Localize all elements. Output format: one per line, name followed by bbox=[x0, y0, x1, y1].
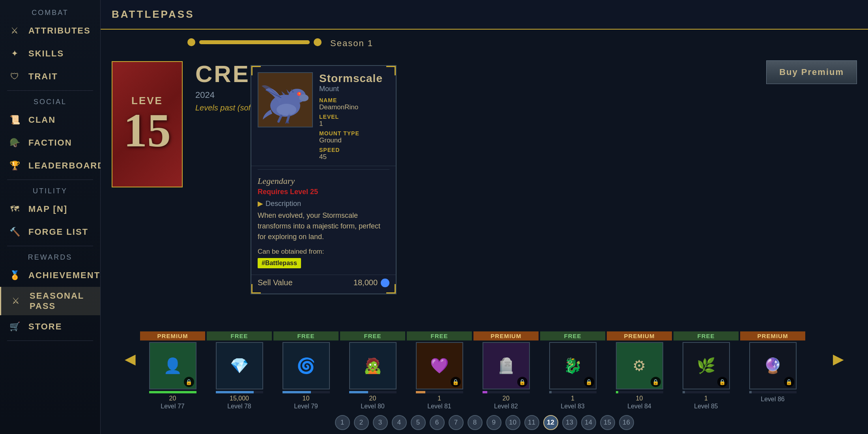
reward-card-1[interactable]: 💎 bbox=[216, 342, 263, 389]
trait-icon: 🛡 bbox=[7, 69, 22, 84]
page-dot-4[interactable]: 4 bbox=[392, 415, 407, 430]
lock-icon-7: 🔒 bbox=[651, 377, 661, 387]
tooltip-header: Stormscale Mount NAME DeamonRino LEVEL 1… bbox=[251, 66, 396, 166]
seasonal-icon: ⚔ bbox=[8, 294, 23, 309]
reward-progress-0 bbox=[149, 391, 196, 393]
sidebar-section-combat: COMBAT bbox=[0, 4, 100, 19]
reward-progress-5 bbox=[483, 391, 530, 393]
tooltip-info: Stormscale Mount NAME DeamonRino LEVEL 1… bbox=[319, 72, 389, 161]
reward-card-7[interactable]: ⚙🔒 bbox=[616, 342, 663, 389]
faction-icon: 🪖 bbox=[7, 135, 22, 150]
sidebar-item-map[interactable]: 🗺MAP [N] bbox=[0, 198, 100, 221]
page-dot-5[interactable]: 5 bbox=[411, 415, 426, 430]
page-dot-8[interactable]: 8 bbox=[468, 415, 483, 430]
sidebar-item-forge[interactable]: 🔨FORGE LIST bbox=[0, 221, 100, 243]
achievements-icon: 🏅 bbox=[7, 268, 22, 283]
buy-premium-button[interactable]: Buy Premium bbox=[766, 60, 857, 84]
sidebar-item-faction[interactable]: 🪖FACTION bbox=[0, 131, 100, 154]
sidebar-item-clan[interactable]: 📜CLAN bbox=[0, 108, 100, 131]
tooltip-mount-type-label: MOUNT TYPE bbox=[319, 130, 389, 137]
reward-card-3[interactable]: 🧟 bbox=[349, 342, 397, 389]
reward-progress-9 bbox=[749, 391, 797, 393]
tooltip-mount-type: Ground bbox=[319, 137, 389, 144]
sidebar-label-map: MAP [N] bbox=[28, 204, 67, 214]
page-dot-9[interactable]: 9 bbox=[486, 415, 501, 430]
reward-item-6: FREE🐉🔒1Level 83 bbox=[540, 331, 605, 410]
sidebar-label-clan: CLAN bbox=[28, 115, 56, 125]
sidebar-item-seasonal[interactable]: ⚔SEASONAL PASS bbox=[0, 287, 100, 315]
season-label: Season 1 bbox=[330, 38, 373, 49]
reward-card-4[interactable]: 💜🔒 bbox=[416, 342, 463, 389]
tooltip-rarity: Legendary bbox=[258, 176, 389, 186]
reward-progress-4 bbox=[416, 391, 463, 393]
lock-icon-9: 🔒 bbox=[784, 377, 794, 387]
page-dot-6[interactable]: 6 bbox=[430, 415, 445, 430]
sidebar-item-leaderboard[interactable]: 🏆LEADERBOARD bbox=[0, 154, 100, 177]
scroll-bar bbox=[199, 40, 310, 44]
reward-level-9: Level 86 bbox=[761, 396, 785, 403]
page-dot-16[interactable]: 16 bbox=[619, 415, 634, 430]
sidebar-divider bbox=[7, 180, 93, 180]
page-dot-15[interactable]: 15 bbox=[600, 415, 615, 430]
reward-level-5: Level 82 bbox=[494, 403, 518, 410]
attributes-icon: ⚔ bbox=[7, 23, 22, 38]
tooltip-desc-header: ▶ Description bbox=[258, 199, 389, 208]
rewards-track: ◀ PREMIUM👤🔒20Level 77FREE💎15,000Level 78… bbox=[101, 331, 868, 410]
page-dot-2[interactable]: 2 bbox=[354, 415, 369, 430]
tooltip-item-type: Mount bbox=[319, 85, 389, 93]
top-bar: BATTLEPASS bbox=[101, 0, 868, 30]
clan-icon: 📜 bbox=[7, 112, 22, 127]
lock-icon-0: 🔒 bbox=[184, 377, 194, 387]
sidebar-label-seasonal: SEASONAL PASS bbox=[30, 291, 93, 311]
sidebar-label-leaderboard: LEADERBOARD bbox=[28, 161, 105, 171]
sidebar-item-skills[interactable]: ✦SKILLS bbox=[0, 42, 100, 65]
reward-card-8[interactable]: 🌿🔒 bbox=[683, 342, 730, 389]
top-bar-title: BATTLEPASS bbox=[112, 8, 194, 21]
sidebar-item-achievements[interactable]: 🏅ACHIEVEMENTS bbox=[0, 264, 100, 287]
sidebar-item-attributes[interactable]: ⚔ATTRIBUTES bbox=[0, 19, 100, 42]
reward-badge-6: FREE bbox=[540, 331, 605, 340]
reward-level-1: Level 78 bbox=[227, 403, 251, 410]
sidebar-label-skills: SKILLS bbox=[28, 49, 64, 59]
page-dot-3[interactable]: 3 bbox=[373, 415, 388, 430]
desc-arrow-icon: ▶ bbox=[258, 199, 263, 208]
reward-amount-4: 1 bbox=[438, 395, 441, 402]
reward-card-6[interactable]: 🐉🔒 bbox=[549, 342, 597, 389]
store-icon: 🛒 bbox=[7, 319, 22, 334]
sidebar-item-trait[interactable]: 🛡TRAIT bbox=[0, 65, 100, 88]
prev-arrow[interactable]: ◀ bbox=[120, 335, 140, 383]
reward-card-0[interactable]: 👤🔒 bbox=[149, 342, 196, 389]
main-content: BATTLEPASS LEVE 15 Season 1 CREATION 202… bbox=[101, 0, 868, 434]
reward-card-2[interactable]: 🌀 bbox=[282, 342, 330, 389]
reward-level-2: Level 79 bbox=[294, 403, 318, 410]
reward-card-9[interactable]: 🔮🔒 bbox=[749, 342, 797, 389]
reward-level-4: Level 81 bbox=[427, 403, 451, 410]
reward-badge-0: PREMIUM bbox=[140, 331, 205, 340]
reward-amount-0: 20 bbox=[169, 395, 176, 402]
page-dot-13[interactable]: 13 bbox=[562, 415, 577, 430]
page-dot-10[interactable]: 10 bbox=[505, 415, 520, 430]
sidebar-divider bbox=[7, 246, 93, 246]
page-dot-1[interactable]: 1 bbox=[335, 415, 350, 430]
next-arrow[interactable]: ▶ bbox=[829, 335, 848, 383]
reward-amount-1: 15,000 bbox=[230, 395, 249, 402]
sidebar-label-forge: FORGE LIST bbox=[28, 227, 88, 237]
reward-badge-2: FREE bbox=[273, 331, 339, 340]
reward-level-3: Level 80 bbox=[361, 403, 385, 410]
page-dot-11[interactable]: 11 bbox=[524, 415, 539, 430]
reward-badge-8: FREE bbox=[673, 331, 739, 340]
reward-badge-5: PREMIUM bbox=[473, 331, 539, 340]
sidebar-section-utility: UTILITY bbox=[0, 182, 100, 198]
sidebar-label-attributes: ATTRIBUTES bbox=[28, 26, 91, 36]
page-dot-7[interactable]: 7 bbox=[449, 415, 464, 430]
page-dot-12[interactable]: 12 bbox=[543, 415, 558, 430]
reward-card-5[interactable]: 🪦🔒 bbox=[483, 342, 530, 389]
tooltip-item-name: Stormscale bbox=[319, 72, 389, 85]
sidebar-item-store[interactable]: 🛒STORE bbox=[0, 315, 100, 338]
desc-label: Description bbox=[266, 200, 301, 208]
reward-badge-3: FREE bbox=[340, 331, 405, 340]
sidebar: COMBAT⚔ATTRIBUTES✦SKILLS🛡TRAITSOCIAL📜CLA… bbox=[0, 0, 101, 434]
tooltip-speed: 45 bbox=[319, 153, 389, 161]
page-dot-14[interactable]: 14 bbox=[581, 415, 596, 430]
reward-amount-7: 10 bbox=[636, 395, 643, 402]
